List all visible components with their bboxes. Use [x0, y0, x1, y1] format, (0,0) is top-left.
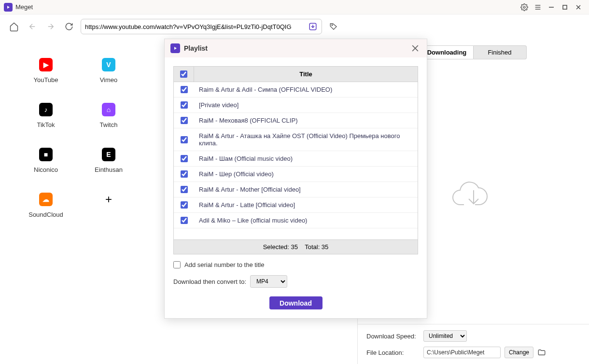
table-row[interactable]: RaiM & Artur - Mother [Official video] — [174, 182, 418, 197]
row-checkbox[interactable] — [181, 201, 188, 209]
app-logo — [4, 3, 13, 12]
modal-close-icon[interactable] — [409, 42, 421, 54]
row-checkbox[interactable] — [181, 186, 188, 193]
site-label: Niconico — [34, 166, 58, 173]
svg-point-10 — [332, 25, 333, 26]
svg-marker-0 — [7, 6, 10, 9]
settings-icon[interactable] — [518, 0, 531, 14]
minimize-button[interactable] — [545, 0, 558, 14]
row-title: RaiM - Меховая8 (OFFICIAL CLIP) — [194, 113, 418, 128]
youtube-icon: ▶ — [39, 58, 53, 71]
site-tiktok[interactable]: ♪TikTok — [14, 103, 77, 128]
convert-select[interactable]: MP4 — [250, 275, 287, 288]
row-title: [Private video] — [194, 98, 418, 112]
table-row[interactable]: Raim & Artur & Adil - Симпа (OFFICIAL VI… — [174, 82, 418, 98]
table-row[interactable]: Adil & Miko – Like (official music video… — [174, 213, 418, 228]
playlist-modal: Playlist Title Raim & Artur & Adil - Сим… — [164, 39, 427, 319]
tag-icon[interactable] — [327, 20, 340, 33]
back-icon[interactable] — [26, 20, 39, 33]
cloud-download-icon — [449, 176, 498, 214]
tab-downloading[interactable]: Downloading — [421, 45, 474, 59]
total-count: Total: 35 — [305, 243, 328, 251]
table-footer: Selected: 35 Total: 35 — [174, 239, 418, 254]
home-icon[interactable] — [7, 20, 21, 33]
row-checkbox[interactable] — [181, 155, 188, 162]
speed-label: Download Speed: — [366, 333, 420, 340]
einthusan-icon: E — [102, 148, 115, 161]
row-checkbox[interactable] — [181, 217, 188, 224]
table-row[interactable]: RaiM - Шер (Official video) — [174, 167, 418, 182]
site-youtube[interactable]: ▶YouTube — [14, 58, 77, 84]
site-vimeo[interactable]: VVimeo — [77, 58, 140, 84]
table-row[interactable]: [Private video] — [174, 98, 418, 113]
site-label: YouTube — [33, 76, 58, 84]
location-path: C:\Users\Public\Meget — [423, 347, 501, 358]
url-input[interactable] — [81, 19, 322, 34]
plus-icon: + — [105, 193, 112, 206]
row-title: RaiM & Artur - Latte [Official video] — [194, 197, 418, 212]
svg-point-1 — [523, 6, 525, 8]
row-checkbox[interactable] — [181, 117, 188, 124]
select-all-checkbox[interactable] — [180, 70, 187, 78]
table-row[interactable]: RaiM - Шам (Official music video) — [174, 151, 418, 167]
modal-title: Playlist — [184, 44, 208, 52]
row-title: Adil & Miko – Like (official music video… — [194, 213, 418, 228]
download-url-icon[interactable] — [308, 22, 318, 31]
url-field[interactable] — [85, 23, 308, 30]
table-row[interactable]: RaiM & Artur - Аташка на Хайпе OST (Offi… — [174, 128, 418, 151]
selected-count: Selected: 35 — [263, 243, 298, 251]
table-row[interactable]: RaiM - Меховая8 (OFFICIAL CLIP) — [174, 113, 418, 128]
site-soundcloud[interactable]: ☁SoundCloud — [14, 193, 77, 218]
app-name: Meget — [15, 3, 33, 11]
close-button[interactable] — [572, 0, 585, 14]
change-button[interactable]: Change — [505, 347, 533, 358]
row-checkbox[interactable] — [181, 101, 188, 109]
site-label: Twitch — [100, 121, 118, 128]
site-niconico[interactable]: ■Niconico — [14, 148, 77, 173]
convert-label: Download then convert to: — [173, 278, 246, 285]
menu-icon[interactable] — [531, 0, 545, 14]
twitch-icon: ⌂ — [102, 103, 115, 116]
row-title: RaiM - Шам (Official music video) — [194, 151, 418, 166]
vimeo-icon: V — [102, 58, 115, 71]
serial-label: Add serial number to the title — [184, 261, 264, 268]
site-label: Einthusan — [95, 166, 123, 173]
row-title: RaiM & Artur - Mother [Official video] — [194, 182, 418, 197]
reload-icon[interactable] — [62, 20, 76, 33]
site-label: Vimeo — [100, 76, 118, 84]
niconico-icon: ■ — [39, 148, 53, 161]
select-all-cell — [174, 67, 194, 82]
site-twitch[interactable]: ⌂Twitch — [77, 103, 140, 128]
soundcloud-icon: ☁ — [39, 193, 53, 206]
table-row[interactable]: RaiM & Artur - Latte [Official video] — [174, 197, 418, 213]
row-checkbox[interactable] — [181, 170, 188, 178]
location-label: File Location: — [366, 349, 420, 356]
column-title: Title — [194, 67, 418, 82]
site-einthusan[interactable]: EEinthusan — [77, 148, 140, 173]
row-title: RaiM - Шер (Official video) — [194, 167, 418, 182]
tab-finished[interactable]: Finished — [474, 45, 527, 59]
row-title: RaiM & Artur - Аташка на Хайпе OST (Offi… — [194, 128, 418, 151]
svg-marker-11 — [174, 47, 177, 50]
speed-select[interactable]: Unlimited — [423, 330, 467, 342]
add-site-button[interactable]: + — [77, 193, 140, 218]
site-label: SoundCloud — [28, 211, 63, 218]
open-folder-icon[interactable] — [537, 348, 546, 357]
row-checkbox[interactable] — [181, 136, 188, 143]
serial-checkbox[interactable] — [173, 261, 181, 268]
row-title: Raim & Artur & Adil - Симпа (OFFICIAL VI… — [194, 82, 418, 97]
site-label: TikTok — [37, 121, 55, 128]
modal-logo — [170, 43, 180, 53]
row-checkbox[interactable] — [181, 86, 188, 93]
maximize-button[interactable] — [558, 0, 572, 14]
svg-rect-6 — [563, 5, 567, 9]
tiktok-icon: ♪ — [39, 103, 53, 116]
download-button[interactable]: Download — [269, 296, 323, 309]
forward-icon[interactable] — [44, 20, 57, 33]
